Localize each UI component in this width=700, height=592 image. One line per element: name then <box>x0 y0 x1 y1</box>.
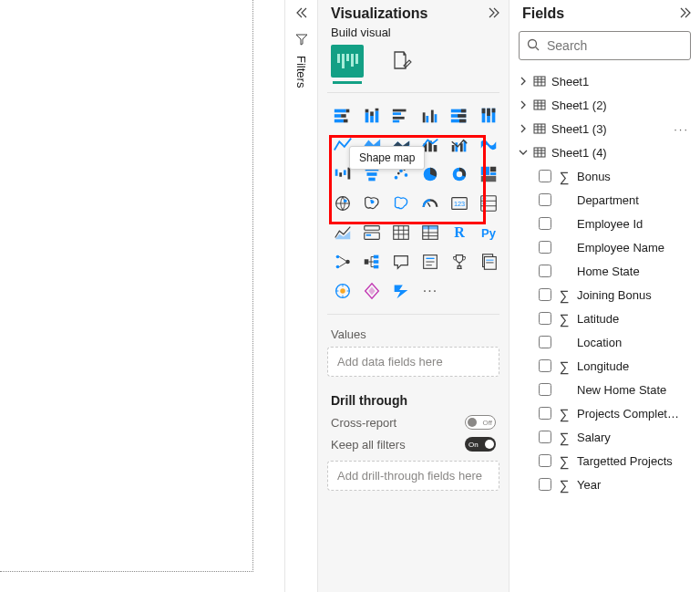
viz-line-clustered-column[interactable] <box>448 133 471 157</box>
chevron-right-double-icon[interactable] <box>680 5 691 22</box>
viz-table[interactable] <box>389 221 413 244</box>
viz-r-visual[interactable]: R <box>448 221 471 244</box>
viz-decomposition-tree[interactable] <box>360 250 384 274</box>
field-row[interactable]: ∑Latitude <box>539 306 695 330</box>
viz-stacked-bar[interactable] <box>331 104 355 128</box>
viz-goals[interactable] <box>448 250 471 274</box>
search-icon <box>527 38 540 54</box>
field-checkbox[interactable] <box>539 336 551 348</box>
field-checkbox[interactable] <box>539 431 551 443</box>
svg-rect-19 <box>435 114 438 122</box>
svg-rect-0 <box>335 109 346 113</box>
field-row[interactable]: Employee Id <box>539 212 695 235</box>
viz-power-apps[interactable] <box>360 279 384 303</box>
chevron-down-icon[interactable] <box>519 148 528 157</box>
build-visual-tab[interactable] <box>331 45 364 78</box>
viz-stacked-column[interactable] <box>360 104 384 128</box>
field-checkbox[interactable] <box>539 454 551 467</box>
viz-narrative[interactable] <box>418 250 442 274</box>
field-row[interactable]: New Home State <box>539 378 695 401</box>
format-visual-tab[interactable] <box>391 49 413 74</box>
viz-clustered-bar[interactable] <box>389 104 413 128</box>
field-row[interactable]: ∑Targetted Projects <box>539 449 695 473</box>
viz-treemap[interactable] <box>477 162 500 186</box>
viz-key-influencers[interactable] <box>331 250 355 274</box>
viz-multi-row-card[interactable] <box>477 192 500 215</box>
table-node[interactable]: Sheet1 (4) <box>519 140 695 164</box>
keep-filters-toggle[interactable]: On <box>465 437 496 452</box>
viz-arcgis[interactable] <box>331 279 355 303</box>
chevron-right-icon[interactable] <box>519 124 528 133</box>
field-checkbox[interactable] <box>539 383 551 396</box>
field-checkbox[interactable] <box>539 265 551 277</box>
field-checkbox[interactable] <box>539 193 551 206</box>
field-checkbox[interactable] <box>539 217 551 230</box>
field-row[interactable]: ∑Longitude <box>539 354 695 378</box>
field-row[interactable]: Location <box>539 330 695 354</box>
table-node[interactable]: Sheet1 <box>519 69 695 93</box>
values-field-well[interactable]: Add data fields here <box>327 347 499 377</box>
values-placeholder: Add data fields here <box>337 355 443 369</box>
svg-point-46 <box>395 176 398 180</box>
viz-card[interactable]: 123 <box>448 192 471 215</box>
viz-gauge[interactable] <box>418 192 442 215</box>
viz-map[interactable] <box>331 192 355 215</box>
viz-power-automate[interactable] <box>389 279 413 303</box>
more-icon[interactable]: ··· <box>674 122 689 136</box>
viz-py-visual[interactable]: Py <box>477 221 500 244</box>
field-row[interactable]: Home State <box>539 259 695 283</box>
viz-clustered-column[interactable] <box>418 104 442 128</box>
viz-matrix[interactable] <box>418 221 442 244</box>
viz-slicer[interactable] <box>360 221 384 244</box>
viz-100-stacked-column[interactable] <box>477 104 500 128</box>
viz-shape-map[interactable] <box>389 192 413 215</box>
cross-report-toggle[interactable]: Off <box>465 415 496 430</box>
search-input[interactable] <box>545 37 700 54</box>
field-checkbox[interactable] <box>539 478 551 491</box>
viz-kpi[interactable] <box>331 221 355 244</box>
drill-through-field-well[interactable]: Add drill-through fields here <box>327 461 499 491</box>
tooltip-text: Shape map <box>359 151 415 164</box>
fields-search[interactable] <box>519 31 691 60</box>
table-node[interactable]: Sheet1 (2) <box>519 93 695 117</box>
svg-rect-12 <box>393 109 407 112</box>
field-name: Salary <box>577 431 611 444</box>
field-checkbox[interactable] <box>539 288 551 301</box>
field-row[interactable]: ∑Salary <box>539 425 695 449</box>
field-checkbox[interactable] <box>539 241 551 254</box>
chevron-right-icon[interactable] <box>519 100 528 109</box>
table-name: Sheet1 (3) <box>551 122 607 136</box>
chevron-right-double-icon[interactable] <box>489 5 499 22</box>
field-checkbox[interactable] <box>539 170 551 182</box>
viz-100-stacked-bar[interactable] <box>448 104 471 128</box>
field-row[interactable]: ∑Bonus <box>539 164 695 188</box>
field-row[interactable]: Employee Name <box>539 235 695 259</box>
svg-rect-18 <box>431 110 434 123</box>
viz-paginated[interactable] <box>477 250 500 274</box>
viz-get-more[interactable]: ··· <box>418 279 442 303</box>
field-row[interactable]: ∑Joining Bonus <box>539 283 695 306</box>
svg-rect-39 <box>335 170 338 176</box>
field-row[interactable]: ∑Projects Complet… <box>539 401 695 425</box>
table-node[interactable]: Sheet1 (3)··· <box>519 117 695 140</box>
svg-point-53 <box>457 171 462 177</box>
field-checkbox[interactable] <box>539 312 551 325</box>
svg-rect-56 <box>490 172 496 175</box>
viz-filled-map[interactable] <box>360 192 384 215</box>
viz-donut[interactable] <box>448 162 471 186</box>
viz-ribbon[interactable] <box>477 133 500 157</box>
chevron-right-icon[interactable] <box>519 77 528 86</box>
field-row[interactable]: ∑Year <box>539 473 695 496</box>
svg-point-59 <box>344 199 347 203</box>
field-checkbox[interactable] <box>539 407 551 420</box>
field-row[interactable]: Department <box>539 188 695 212</box>
viz-qna[interactable] <box>389 250 413 274</box>
filters-label: Filters <box>294 56 308 88</box>
chevron-left-double-icon[interactable] <box>294 7 309 22</box>
field-checkbox[interactable] <box>539 359 551 372</box>
svg-point-48 <box>405 173 408 177</box>
field-name: Home State <box>577 265 640 278</box>
table-icon <box>533 75 546 88</box>
svg-rect-40 <box>339 172 342 177</box>
report-canvas[interactable] <box>0 0 284 592</box>
